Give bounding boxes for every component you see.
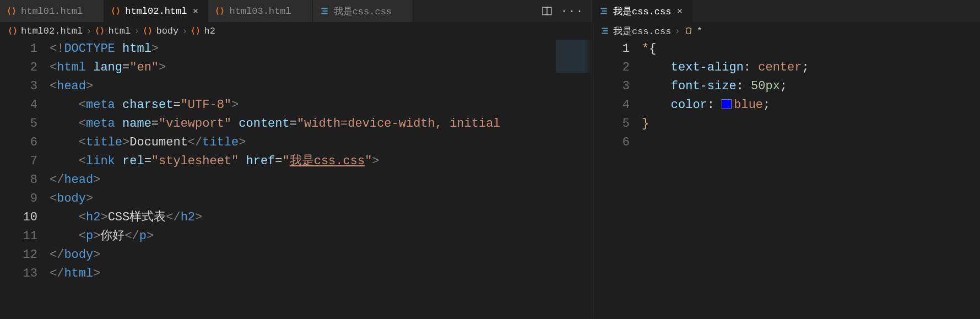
tab-label: 我是css.css [613,5,671,18]
tab-bar-right: 我是css.css [592,0,980,22]
code-line[interactable]: color: blue; [642,96,974,115]
code-line[interactable]: } [642,115,974,133]
code-editor-right[interactable]: 123456 *{ text-align: center; font-size:… [592,40,980,319]
crumb-label: html02.html [21,26,83,36]
line-number: 3 [592,77,630,96]
file-icon [7,6,17,16]
crumb-icon [95,26,105,36]
line-number: 2 [0,58,37,77]
breadcrumb-item[interactable]: 我是css.css [600,25,671,37]
crumb-icon [143,26,153,36]
crumb-label: body [156,26,178,36]
line-number: 11 [0,227,37,246]
code-editor-left[interactable]: 12345678910111213 <!DOCTYPE html><html l… [0,40,592,319]
line-number: 5 [0,115,37,133]
file-icon [111,6,121,16]
chevron-right-icon: › [182,26,187,36]
code-line[interactable]: </body> [50,246,586,264]
tab-label: html01.html [21,6,83,17]
chevron-right-icon: › [134,26,139,36]
color-swatch[interactable] [722,99,732,109]
tab-html02-html[interactable]: html02.html [104,0,208,22]
code-right[interactable]: *{ text-align: center; font-size: 50px; … [642,40,980,319]
tab-label: 我是css.css [334,5,392,18]
line-number: 9 [0,190,37,208]
code-line[interactable]: font-size: 50px; [642,77,974,96]
tab-html01-html[interactable]: html01.html [0,0,104,22]
code-line[interactable]: <link rel="stylesheet" href="我是css.css"> [50,152,586,171]
code-line[interactable]: text-align: center; [642,58,974,77]
line-number: 7 [0,152,37,171]
line-number: 6 [592,133,630,152]
breadcrumb-item[interactable]: body [143,26,178,36]
crumb-icon [684,26,694,36]
breadcrumb-item[interactable]: * [684,26,702,36]
code-line[interactable]: </html> [50,264,586,283]
line-number: 10 [0,208,37,227]
breadcrumbs-right[interactable]: 我是css.css›* [592,22,980,40]
left-editor-group: html01.htmlhtml02.htmlhtml03.html我是css.c… [0,0,592,319]
code-line[interactable]: </head> [50,171,586,190]
editor-actions: ··· [534,0,592,22]
line-number: 5 [592,115,630,133]
close-icon[interactable] [675,7,684,15]
code-line[interactable]: <h2>CSS样式表</h2> [50,208,586,227]
tab-bar-left: html01.htmlhtml02.htmlhtml03.html我是css.c… [0,0,592,22]
code-line[interactable]: *{ [642,40,974,58]
breadcrumb-item[interactable]: h2 [191,26,215,36]
file-icon [599,6,609,16]
tab-html03-html[interactable]: html03.html [208,0,312,22]
line-number: 1 [0,40,37,58]
crumb-icon [8,26,18,36]
close-icon[interactable] [191,7,200,15]
code-line[interactable]: <title>Document</title> [50,133,586,152]
crumb-icon [191,26,201,36]
breadcrumb-item[interactable]: html [95,26,131,36]
file-icon [215,6,225,16]
line-number: 8 [0,171,37,190]
gutter-left: 12345678910111213 [0,40,50,319]
line-number: 1 [592,40,630,58]
line-number: 13 [0,264,37,283]
crumb-label: * [697,26,702,36]
line-number: 12 [0,246,37,264]
tab-label: html03.html [229,6,291,17]
breadcrumbs-left[interactable]: html02.html›html›body›h2 [0,22,592,40]
code-line[interactable]: <html lang="en"> [50,58,586,77]
code-left[interactable]: <!DOCTYPE html><html lang="en"><head> <m… [50,40,592,319]
line-number: 2 [592,58,630,77]
code-line[interactable]: <!DOCTYPE html> [50,40,586,58]
code-line[interactable]: <body> [50,190,586,208]
code-line[interactable]: <meta charset="UTF-8"> [50,96,586,115]
breadcrumb-item[interactable]: html02.html [8,26,83,36]
code-line[interactable] [642,133,974,152]
crumb-label: h2 [204,26,215,36]
code-line[interactable]: <meta name="viewport" content="width=dev… [50,115,586,133]
chevron-right-icon: › [86,26,91,36]
gutter-right: 123456 [592,40,642,319]
split-editor-icon[interactable] [542,6,552,16]
crumb-label: html [108,26,131,36]
code-line[interactable]: <p>你好</p> [50,227,586,246]
line-number: 6 [0,133,37,152]
right-editor-group: 我是css.css 我是css.css›* 123456 *{ text-ali… [592,0,980,319]
code-line[interactable]: <head> [50,77,586,96]
crumb-label: 我是css.css [613,25,671,37]
tab-我是css-css[interactable]: 我是css.css [592,0,692,22]
line-number: 4 [592,96,630,115]
minimap[interactable] [556,40,592,319]
crumb-icon [600,26,610,36]
more-actions-icon[interactable]: ··· [561,5,584,18]
tab-label: html02.html [125,6,187,17]
chevron-right-icon: › [674,26,680,36]
tab-我是css-css[interactable]: 我是css.css [313,0,413,22]
line-number: 3 [0,77,37,96]
file-icon [320,6,329,16]
line-number: 4 [0,96,37,115]
